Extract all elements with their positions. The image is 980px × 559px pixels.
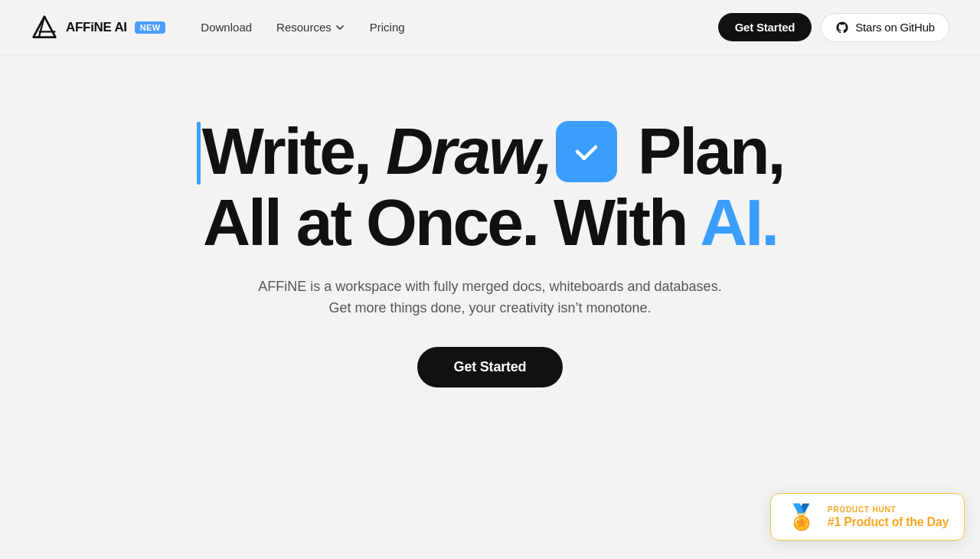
nav-pricing[interactable]: Pricing: [359, 15, 416, 40]
logo-text: AFFiNE AI: [66, 20, 127, 35]
hero-section: Write, Draw, Plan, All at Once. With AI.…: [0, 55, 980, 387]
hero-subtext: AFFiNE is a workspace with fully merged …: [258, 276, 721, 320]
hero-headline: Write, Draw, Plan, All at Once. With AI.: [197, 116, 784, 257]
hero-draw: Draw,: [386, 114, 551, 188]
affine-logo-icon: [31, 14, 58, 41]
hero-plan: Plan,: [622, 114, 783, 188]
nav-get-started-button[interactable]: Get Started: [718, 13, 812, 41]
product-hunt-label: PRODUCT HUNT: [828, 505, 949, 514]
product-hunt-title: #1 Product of the Day: [828, 515, 949, 529]
hero-ai: AI.: [700, 185, 777, 259]
nav-right-actions: Get Started Stars on GitHub: [718, 13, 949, 42]
new-badge: NEW: [135, 21, 166, 34]
cursor-bar: [197, 122, 201, 185]
product-hunt-text: PRODUCT HUNT #1 Product of the Day: [828, 505, 949, 529]
nav-links: Download Resources Pricing: [190, 15, 717, 40]
hero-with: With: [554, 185, 700, 259]
nav-resources[interactable]: Resources: [266, 15, 356, 40]
svg-rect-3: [570, 135, 603, 168]
product-hunt-badge[interactable]: 🏅 PRODUCT HUNT #1 Product of the Day: [770, 493, 965, 541]
nav-download[interactable]: Download: [190, 15, 263, 40]
checkbox-icon: [556, 121, 617, 182]
hero-cta-area: Get Started: [417, 347, 564, 387]
nav-github-button[interactable]: Stars on GitHub: [821, 13, 949, 42]
hero-all-at-once: All at Once.: [203, 185, 537, 259]
logo[interactable]: AFFiNE AI NEW: [31, 14, 165, 41]
github-icon: [835, 21, 849, 34]
navbar: AFFiNE AI NEW Download Resources Pricing…: [0, 0, 980, 55]
hero-get-started-button[interactable]: Get Started: [417, 347, 564, 387]
hero-write: Write,: [202, 114, 386, 188]
chevron-down-icon: [335, 22, 345, 33]
medal-icon: 🏅: [786, 505, 817, 529]
